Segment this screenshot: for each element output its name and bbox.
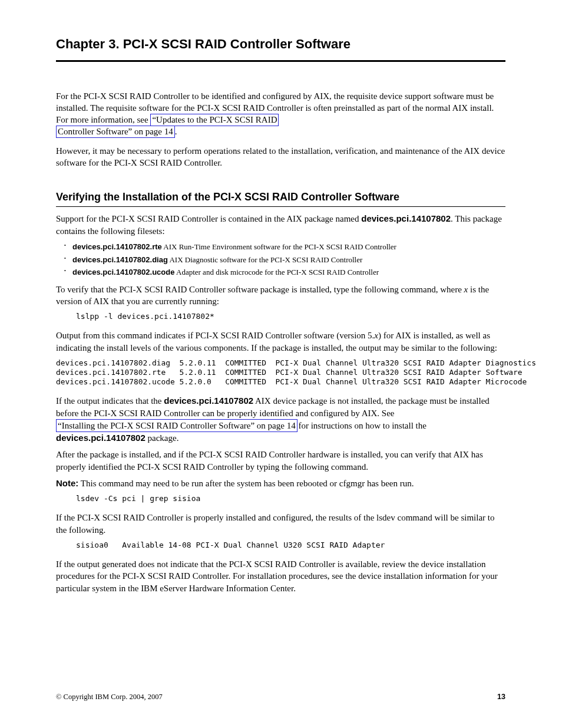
preamble1-end: . — [175, 127, 177, 136]
post-output-1: If the output indicates that the devices… — [56, 395, 505, 444]
copyright-text: © Copyright IBM Corp. 2004, 2007 — [56, 692, 163, 702]
output-lead: Output from this command indicates if PC… — [56, 330, 505, 354]
chapter-title: Chapter 3. PCI-X SCSI RAID Controller So… — [56, 0, 505, 62]
post-output-4: If the output generated does not indicat… — [56, 558, 505, 594]
pkg-name: devices.pci.14107802 — [361, 213, 451, 223]
output-block-1: devices.pci.14107802.diag 5.2.0.11 COMMI… — [56, 358, 505, 387]
page-footer: © Copyright IBM Corp. 2004, 2007 13 — [56, 692, 505, 702]
note-label: Note: — [56, 478, 78, 488]
list-item: devices.pci.14107802.rte AIX Run-Time En… — [72, 242, 505, 252]
fileset-list: devices.pci.14107802.rte AIX Run-Time En… — [56, 242, 505, 278]
list-item: devices.pci.14107802.ucode Adapter and d… — [72, 267, 505, 278]
command-block-2: lsdev -Cs pci | grep sisioa — [76, 494, 505, 503]
section1-title: Verifying the Installation of the PCI-X … — [56, 190, 505, 207]
page-number: 13 — [497, 692, 505, 702]
verify-lead: To verify that the PCI-X SCSI RAID Contr… — [56, 284, 505, 308]
section1-lead: Support for the PCI-X SCSI RAID Controll… — [56, 213, 505, 237]
chapter-preamble-2: However, it may be necessary to perform … — [56, 145, 505, 169]
note-line: Note: This command may need to be run af… — [56, 477, 505, 489]
list-item: devices.pci.14107802.diag AIX Diagnostic… — [72, 255, 505, 265]
cross-ref-link-part2[interactable]: Controller Software” on page 14 — [56, 126, 175, 138]
post-output-2: After the package is installed, and if t… — [56, 449, 505, 473]
cross-ref-link-part1[interactable]: “Updates to the PCI-X SCSI RAID — [150, 114, 279, 126]
chapter-preamble-1: For the PCI-X SCSI RAID Controller to be… — [56, 90, 505, 138]
output-block-2: sisioa0 Available 14-08 PCI-X Dual Chann… — [76, 541, 505, 550]
command-block-1: lslpp -l devices.pci.14107802* — [76, 312, 505, 321]
preamble1-a: For the PCI-X SCSI RAID Controller to be… — [56, 91, 494, 113]
post-output-3: If the PCI-X SCSI RAID Controller is pro… — [56, 512, 505, 536]
cross-ref-link-install-a[interactable]: “Installing the PCI-X SCSI RAID Controll… — [56, 419, 297, 432]
